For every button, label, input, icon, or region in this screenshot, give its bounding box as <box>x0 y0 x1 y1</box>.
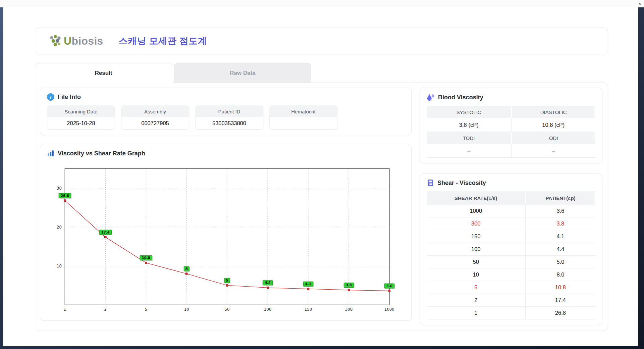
shear-viscosity-header: Shear - Viscosity <box>427 179 595 187</box>
table-row: 1504.1 <box>427 230 595 243</box>
field-value: 53003533800 <box>196 117 263 129</box>
field-label: Patient ID <box>196 106 263 117</box>
svg-text:10: 10 <box>57 264 62 268</box>
tab-raw-data[interactable]: Raw Data <box>174 63 311 83</box>
patient-cp-cell: 4.4 <box>525 243 595 256</box>
file-field-scanning-date: Scanning Date2025-10-28 <box>47 105 115 130</box>
page-content: Ubiosis 스캐닝 모세관 점도계 ResultRaw Data i Fil… <box>3 7 638 331</box>
close-icon[interactable]: × <box>638 0 641 7</box>
patient-cp-cell: 3.8 <box>525 217 595 230</box>
shear-viscosity-title: Shear - Viscosity <box>437 180 486 187</box>
window-titlebar: × <box>0 0 644 7</box>
blood-viscosity-header: Blood Viscosity <box>427 93 595 101</box>
svg-text:8: 8 <box>185 267 188 271</box>
field-value: 000727905 <box>121 117 189 129</box>
main-card: i File Info Scanning Date2025-10-28Assem… <box>35 83 608 331</box>
calculator-icon <box>427 179 434 187</box>
logo-letters-rest: biosis <box>71 35 103 47</box>
patient-cp-cell: 5.0 <box>525 256 595 268</box>
blood-viscosity-card: Blood Viscosity SYSTOLICDIASTOLIC3.8 (cP… <box>420 88 602 163</box>
shear-table-header-row: SHEAR RATE(1/s)PATIENT(cp) <box>427 191 595 205</box>
blood-viscosity-grid: SYSTOLICDIASTOLIC3.8 (cP)10.8 (cP)TODIOD… <box>427 106 595 158</box>
svg-text:50: 50 <box>225 307 230 312</box>
svg-text:150: 150 <box>305 307 312 312</box>
file-info-header: i File Info <box>47 93 405 101</box>
shear-rate-cell: 50 <box>427 256 525 268</box>
graph-title: Viscosity vs Shear Rate Graph <box>58 150 145 157</box>
file-field-patient-id: Patient ID53003533800 <box>195 105 263 130</box>
shear-rate-cell: 1000 <box>427 205 525 217</box>
file-field-assembly: Assembly000727905 <box>121 105 189 130</box>
shear-rate-cell: 5 <box>427 281 525 294</box>
shear-column-header: SHEAR RATE(1/s) <box>427 191 525 205</box>
graph-card: Viscosity vs Shear Rate Graph 10203026.8… <box>40 144 412 321</box>
blood-value-cell: – <box>511 144 596 158</box>
svg-text:300: 300 <box>345 307 353 312</box>
graph-header: Viscosity vs Shear Rate Graph <box>47 150 405 157</box>
blood-header-cell: ODI <box>511 132 596 144</box>
shear-viscosity-card: Shear - Viscosity SHEAR RATE(1/s)PATIENT… <box>420 173 602 325</box>
viscosity-chart: 10203026.817.410.8854.44.13.83.612510501… <box>47 162 405 315</box>
blood-drops-icon <box>427 93 435 101</box>
svg-text:2: 2 <box>104 307 107 312</box>
svg-text:4.4: 4.4 <box>265 281 271 285</box>
field-value: 2025-10-28 <box>47 117 115 129</box>
file-field-hematocrit: Hematocrit <box>269 105 337 130</box>
svg-text:20: 20 <box>57 225 62 230</box>
patient-cp-cell: 4.1 <box>525 230 595 243</box>
shear-rate-cell: 1 <box>427 307 525 319</box>
shear-rate-cell: 10 <box>427 268 525 281</box>
blood-header-cell: SYSTOLIC <box>427 106 511 118</box>
file-info-fields: Scanning Date2025-10-28Assembly000727905… <box>47 105 405 130</box>
blood-value-cell: 3.8 (cP) <box>427 118 511 132</box>
patient-cp-cell: 26.8 <box>525 307 595 319</box>
file-info-card: i File Info Scanning Date2025-10-28Assem… <box>40 88 412 135</box>
patient-cp-cell: 17.4 <box>525 294 595 307</box>
svg-text:26.8: 26.8 <box>61 194 69 198</box>
table-row: 510.8 <box>427 281 595 294</box>
table-row: 10003.6 <box>427 205 595 217</box>
app-window: Ubiosis 스캐닝 모세관 점도계 ResultRaw Data i Fil… <box>3 7 638 346</box>
logo-wordmark: Ubiosis <box>64 36 103 46</box>
svg-text:100: 100 <box>264 307 271 312</box>
svg-text:10.8: 10.8 <box>142 256 150 260</box>
svg-text:3.6: 3.6 <box>386 284 392 288</box>
tab-result[interactable]: Result <box>35 63 172 83</box>
table-row: 126.8 <box>427 307 595 319</box>
table-row: 1004.4 <box>427 243 595 256</box>
right-column: Blood Viscosity SYSTOLICDIASTOLIC3.8 (cP… <box>420 88 602 325</box>
field-label: Assembly <box>121 106 189 117</box>
svg-text:30: 30 <box>57 186 62 191</box>
table-row: 3003.8 <box>427 217 595 230</box>
patient-cp-cell: 3.6 <box>525 205 595 217</box>
blood-header-cell: DIASTOLIC <box>511 106 596 118</box>
svg-text:1000: 1000 <box>384 307 394 312</box>
shear-rate-cell: 150 <box>427 230 525 243</box>
field-value <box>270 117 337 129</box>
shear-rate-cell: 300 <box>427 217 525 230</box>
blood-value-cell: 10.8 (cP) <box>511 118 596 132</box>
svg-text:4.1: 4.1 <box>305 282 311 286</box>
svg-text:17.4: 17.4 <box>101 231 110 234</box>
logo-letter-u: U <box>64 35 71 47</box>
info-icon: i <box>47 93 54 101</box>
table-row: 217.4 <box>427 294 595 307</box>
svg-text:10: 10 <box>184 307 189 312</box>
svg-text:5: 5 <box>226 279 228 282</box>
bar-chart-icon <box>47 150 54 157</box>
left-column: i File Info Scanning Date2025-10-28Assem… <box>40 88 412 325</box>
blood-viscosity-title: Blood Viscosity <box>438 94 483 101</box>
app-title: 스캐닝 모세관 점도계 <box>119 35 207 47</box>
header-card: Ubiosis 스캐닝 모세관 점도계 <box>35 28 608 54</box>
table-row: 505.0 <box>427 256 595 268</box>
patient-cp-cell: 8.0 <box>525 268 595 281</box>
shear-rate-cell: 2 <box>427 294 525 307</box>
field-label: Scanning Date <box>47 106 115 117</box>
tabs: ResultRaw Data <box>35 63 608 83</box>
blood-value-cell: – <box>427 144 511 158</box>
svg-text:5: 5 <box>145 307 147 312</box>
blood-header-cell: TODI <box>427 132 511 144</box>
svg-text:3.8: 3.8 <box>346 283 352 287</box>
patient-cp-cell: 10.8 <box>525 281 595 294</box>
field-label: Hematocrit <box>270 106 337 117</box>
